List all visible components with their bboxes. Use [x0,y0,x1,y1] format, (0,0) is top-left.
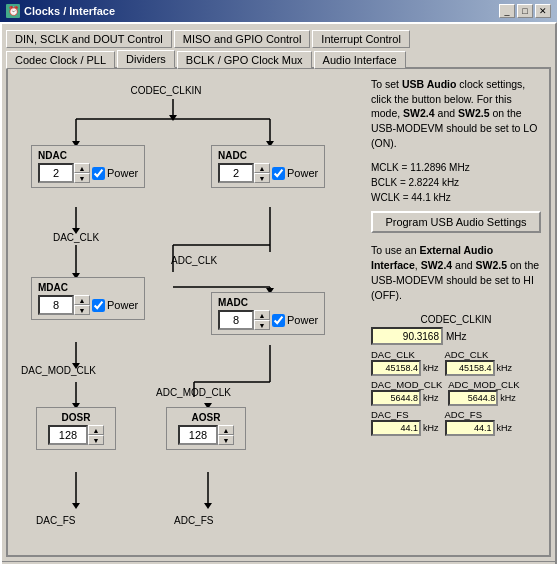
mdac-box: MDAC ▲ ▼ Power [31,277,145,320]
adc-fs-value-input[interactable] [445,420,495,436]
dac-fs-right-unit: kHz [423,423,439,433]
adc-mod-clk-value-input[interactable] [448,390,498,406]
nadc-title: NADC [218,150,318,161]
dac-clk-value-input[interactable] [371,360,421,376]
adc-clk-group: ADC_CLK kHz [445,349,513,376]
mdac-power-label: Power [92,299,138,312]
close-button[interactable]: ✕ [535,4,551,18]
codec-clkin-section: CODEC_CLKIN MHz DAC_CLK kHz AD [371,314,541,439]
madc-title: MADC [218,297,318,308]
codec-clkin-top-label: CODEC_CLKIN [96,85,236,96]
dosr-title: DOSR [45,412,107,423]
dosr-spin-down[interactable]: ▼ [88,435,104,445]
bclk-label: BCLK = 2.8224 kHz [371,175,541,190]
freq-info: MCLK = 11.2896 MHz BCLK = 2.8224 kHz WCL… [371,160,541,205]
ndac-spin-up[interactable]: ▲ [74,163,90,173]
title-bar: ⏰ Clocks / Interface _ □ ✕ [0,0,557,22]
nadc-spin-up[interactable]: ▲ [254,163,270,173]
ndac-box: NDAC ▲ ▼ Power [31,145,145,188]
wclk-label: WCLK = 44.1 kHz [371,190,541,205]
ndac-power-label: Power [92,167,138,180]
aosr-spin-up[interactable]: ▲ [218,425,234,435]
tab-row-1: DIN, SCLK and DOUT Control MISO and GPIO… [2,24,555,46]
dosr-box: DOSR ▲ ▼ [36,407,116,450]
tab-din-sclk-dout[interactable]: DIN, SCLK and DOUT Control [6,30,172,48]
madc-spin-up[interactable]: ▲ [254,310,270,320]
window-title: Clocks / Interface [24,5,115,17]
info-text-external: To use an External Audio Interface, SW2.… [371,243,541,302]
codec-clkin-unit: MHz [446,331,467,342]
aosr-spin-down[interactable]: ▼ [218,435,234,445]
codec-clkin-right-label: CODEC_CLKIN [371,314,541,325]
adc-clk-label: ADC_CLK [171,255,217,266]
madc-spin-down[interactable]: ▼ [254,320,270,330]
nadc-input[interactable] [218,163,254,183]
madc-power-checkbox[interactable] [272,314,285,327]
aosr-input[interactable] [178,425,218,445]
tab-miso-gpio[interactable]: MISO and GPIO Control [174,30,311,48]
dac-fs-group: DAC_FS kHz [371,409,439,436]
ndac-title: NDAC [38,150,138,161]
adc-clk-value-input[interactable] [445,360,495,376]
adc-clk-right-label: ADC_CLK [445,349,513,360]
mdac-spin-up[interactable]: ▲ [74,295,90,305]
svg-marker-27 [204,503,212,509]
dac-fs-right-label: DAC_FS [371,409,439,420]
adc-fs-group: ADC_FS kHz [445,409,513,436]
codec-clkin-value-input[interactable] [371,327,443,345]
ndac-spin-down[interactable]: ▼ [74,173,90,183]
diagram-panel: CODEC_CLKIN NDAC ▲ ▼ [16,77,363,547]
right-panel: To set USB Audio clock settings, click t… [371,77,541,547]
tab-bclk-gpo[interactable]: BCLK / GPO Clock Mux [177,51,312,69]
program-usb-audio-button[interactable]: Program USB Audio Settings [371,211,541,233]
minimize-button[interactable]: _ [499,4,515,18]
tab-row-2: Codec Clock / PLL Dividers BCLK / GPO Cl… [2,45,555,67]
mdac-input[interactable] [38,295,74,315]
nadc-box: NADC ▲ ▼ Power [211,145,325,188]
dac-adc-mod-clk-row: DAC_MOD_CLK kHz ADC_MOD_CLK kHz [371,379,541,406]
dac-mod-clk-group: DAC_MOD_CLK kHz [371,379,442,406]
ndac-power-checkbox[interactable] [92,167,105,180]
dac-clk-label: DAC_CLK [26,232,126,243]
dosr-spin-up[interactable]: ▲ [88,425,104,435]
mdac-power-checkbox[interactable] [92,299,105,312]
window-icon: ⏰ [6,4,20,18]
dac-mod-clk-label: DAC_MOD_CLK [21,365,96,376]
main-window: DIN, SCLK and DOUT Control MISO and GPIO… [0,22,557,564]
dosr-input[interactable] [48,425,88,445]
adc-fs-right-label: ADC_FS [445,409,513,420]
adc-mod-clk-label: ADC_MOD_CLK [156,387,231,398]
dac-clk-group: DAC_CLK kHz [371,349,439,376]
mdac-spin-down[interactable]: ▼ [74,305,90,315]
ndac-input[interactable] [38,163,74,183]
content-area: CODEC_CLKIN NDAC ▲ ▼ [6,67,551,557]
dac-fs-value-input[interactable] [371,420,421,436]
dac-clk-right-label: DAC_CLK [371,349,439,360]
svg-marker-25 [72,503,80,509]
dac-mod-clk-right-unit: kHz [423,393,439,403]
adc-mod-clk-right-label: ADC_MOD_CLK [448,379,519,390]
tab-interrupt[interactable]: Interrupt Control [312,30,409,48]
adc-fs-right-unit: kHz [497,423,513,433]
dac-adc-clk-row: DAC_CLK kHz ADC_CLK kHz [371,349,541,376]
adc-mod-clk-group: ADC_MOD_CLK kHz [448,379,519,406]
madc-input[interactable] [218,310,254,330]
dac-mod-clk-value-input[interactable] [371,390,421,406]
nadc-power-checkbox[interactable] [272,167,285,180]
madc-box: MADC ▲ ▼ Power [211,292,325,335]
tab-audio-interface[interactable]: Audio Interface [314,51,406,69]
adc-fs-label: ADC_FS [174,515,213,526]
dac-adc-fs-row: DAC_FS kHz ADC_FS kHz [371,409,541,436]
nadc-power-label: Power [272,167,318,180]
nadc-spin-down[interactable]: ▼ [254,173,270,183]
adc-mod-clk-right-unit: kHz [500,393,516,403]
info-text-usb: To set USB Audio clock settings, click t… [371,77,541,150]
tab-codec-clock-pll[interactable]: Codec Clock / PLL [6,51,115,69]
mdac-title: MDAC [38,282,138,293]
maximize-button[interactable]: □ [517,4,533,18]
dac-mod-clk-right-label: DAC_MOD_CLK [371,379,442,390]
tab-dividers[interactable]: Dividers [117,50,175,68]
madc-power-label: Power [272,314,318,327]
aosr-box: AOSR ▲ ▼ [166,407,246,450]
dac-clk-right-unit: kHz [423,363,439,373]
